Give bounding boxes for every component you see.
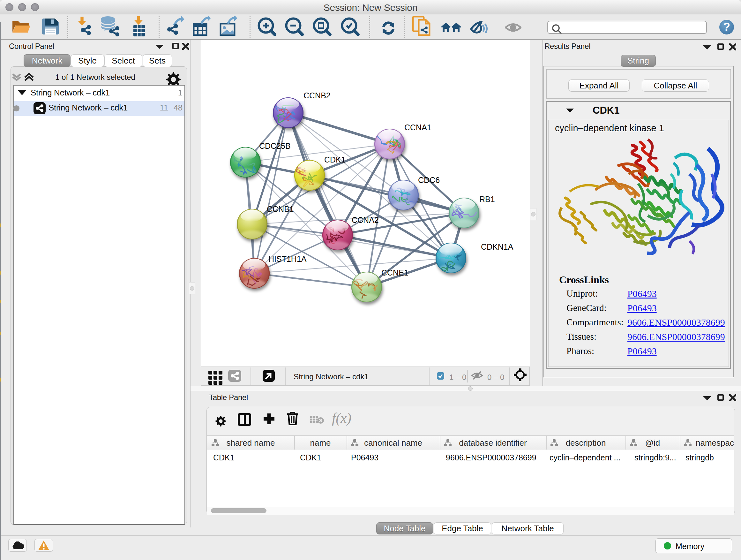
svg-text:CCNE1: CCNE1 [381, 268, 408, 277]
svg-text:CDC25B: CDC25B [259, 141, 291, 150]
svg-text:CDC6: CDC6 [418, 176, 440, 185]
svg-text:CCNB2: CCNB2 [304, 91, 331, 100]
svg-text:CDK1: CDK1 [324, 155, 346, 164]
svg-text:CCNA2: CCNA2 [352, 215, 379, 225]
svg-text:CCNB1: CCNB1 [267, 205, 294, 213]
svg-text:HIST1H1A: HIST1H1A [268, 254, 307, 263]
svg-text:CCNA1: CCNA1 [404, 123, 431, 132]
svg-text:CDKN1A: CDKN1A [481, 242, 514, 251]
svg-text:RB1: RB1 [479, 195, 495, 204]
